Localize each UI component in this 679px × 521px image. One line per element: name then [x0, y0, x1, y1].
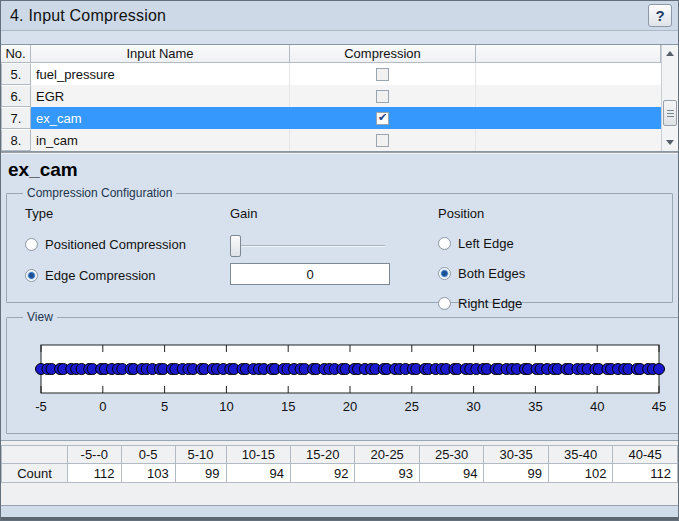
count-value-row: Count112103999492939499102112 [2, 464, 678, 483]
radio-label: Left Edge [458, 236, 514, 251]
input-row-ex_cam[interactable]: 7.ex_cam [1, 107, 661, 129]
help-button[interactable]: ? [648, 4, 672, 27]
view-group: View -5051015202530354045 [6, 310, 679, 434]
count-value: 112 [68, 464, 122, 483]
title-bar: 4. Input Compression ? [1, 1, 678, 31]
bin-header: -5--0 [68, 446, 122, 464]
window-bottom-edge [1, 517, 678, 520]
svg-text:35: 35 [528, 399, 542, 414]
input-name-cell: EGR [31, 85, 290, 107]
scrollbar-thumb[interactable] [663, 100, 677, 126]
bin-header: 10-15 [226, 446, 290, 464]
gain-input[interactable] [230, 263, 390, 285]
radio-edge-compression[interactable]: Edge Compression [25, 268, 186, 283]
scrollbar-track[interactable] [662, 62, 678, 134]
selected-input-heading: ex_cam [1, 156, 678, 186]
radio-label: Right Edge [458, 296, 522, 311]
svg-text:15: 15 [281, 399, 295, 414]
input-table: No. Input Name Compression 5.fuel_pressu… [1, 44, 678, 152]
svg-text:0: 0 [99, 399, 106, 414]
count-value: 99 [484, 464, 548, 483]
radio-icon [25, 238, 38, 251]
compression-cell [290, 63, 476, 85]
row-number: 7. [1, 107, 31, 129]
col-header-compression: Compression [290, 45, 476, 63]
table-scrollbar[interactable] [661, 45, 678, 151]
gain-slider[interactable] [230, 235, 385, 257]
compression-cell [290, 129, 476, 151]
input-name-cell: ex_cam [31, 107, 290, 129]
radio-icon [25, 269, 38, 282]
compression-checkbox[interactable] [376, 112, 389, 125]
input-row-EGR[interactable]: 6.EGR [1, 85, 661, 107]
corner-cell [2, 446, 68, 464]
row-filler-cell [476, 85, 661, 107]
scroll-up-button[interactable] [662, 45, 678, 62]
row-number: 8. [1, 129, 31, 151]
bin-header: 20-25 [355, 446, 419, 464]
bin-header: 25-30 [419, 446, 483, 464]
page-title: 4. Input Compression [10, 7, 648, 25]
input-name-cell: in_cam [31, 129, 290, 151]
slider-track [230, 245, 385, 247]
radio-right-edge[interactable]: Right Edge [438, 296, 525, 311]
group-label: View [23, 310, 57, 324]
bin-header: 35-40 [548, 446, 612, 464]
bin-header: 0-5 [121, 446, 175, 464]
count-value: 93 [355, 464, 419, 483]
count-value: 94 [226, 464, 290, 483]
bin-header: 30-35 [484, 446, 548, 464]
toolbar-strip [1, 31, 678, 44]
col-header-empty [476, 45, 661, 63]
svg-text:30: 30 [466, 399, 480, 414]
position-label: Position [438, 206, 525, 221]
count-value: 94 [419, 464, 483, 483]
svg-text:10: 10 [219, 399, 233, 414]
row-number: 5. [1, 63, 31, 85]
count-value: 103 [121, 464, 175, 483]
count-table-area: -5--00-55-1010-1515-2020-2525-3030-3535-… [1, 440, 678, 514]
svg-text:40: 40 [590, 399, 604, 414]
group-label: Compression Configuration [23, 186, 176, 200]
svg-text:45: 45 [652, 399, 666, 414]
input-compression-window: 4. Input Compression ? No. Input Name Co… [0, 0, 679, 521]
radio-label: Positioned Compression [45, 237, 186, 252]
compression-cell [290, 85, 476, 107]
svg-text:20: 20 [343, 399, 357, 414]
radio-label: Both Edges [458, 266, 525, 281]
row-filler-cell [476, 107, 661, 129]
count-value: 112 [613, 464, 678, 483]
bin-header: 5-10 [175, 446, 226, 464]
input-name-cell: fuel_pressure [31, 63, 290, 85]
radio-icon [438, 267, 451, 280]
compression-checkbox[interactable] [376, 134, 389, 147]
arrow-up-icon [666, 51, 674, 56]
count-row-label: Count [2, 464, 68, 483]
bin-header: 40-45 [613, 446, 678, 464]
row-filler-cell [476, 129, 661, 151]
count-value: 102 [548, 464, 612, 483]
radio-left-edge[interactable]: Left Edge [438, 236, 525, 251]
svg-text:25: 25 [405, 399, 419, 414]
arrow-down-icon [666, 140, 674, 145]
radio-label: Edge Compression [45, 268, 156, 283]
count-value: 92 [291, 464, 355, 483]
radio-both-edges[interactable]: Both Edges [438, 266, 525, 281]
slider-thumb[interactable] [230, 235, 241, 257]
row-filler-cell [476, 63, 661, 85]
count-header-row: -5--00-55-1010-1515-2020-2525-3030-3535-… [2, 446, 678, 464]
gain-label: Gain [230, 206, 392, 221]
input-row-fuel_pressure[interactable]: 5.fuel_pressure [1, 63, 661, 85]
radio-icon [438, 237, 451, 250]
type-label: Type [25, 206, 186, 221]
count-table: -5--00-55-1010-1515-2020-2525-3030-3535-… [1, 445, 678, 483]
radio-positioned-compression[interactable]: Positioned Compression [25, 237, 186, 252]
svg-text:5: 5 [161, 399, 168, 414]
scroll-down-button[interactable] [662, 134, 678, 151]
input-row-in_cam[interactable]: 8.in_cam [1, 129, 661, 151]
compression-checkbox[interactable] [376, 68, 389, 81]
compression-checkbox[interactable] [376, 90, 389, 103]
compression-cell [290, 107, 476, 129]
compression-configuration-group: Compression Configuration Type Positione… [6, 186, 673, 303]
radio-icon [438, 297, 451, 310]
